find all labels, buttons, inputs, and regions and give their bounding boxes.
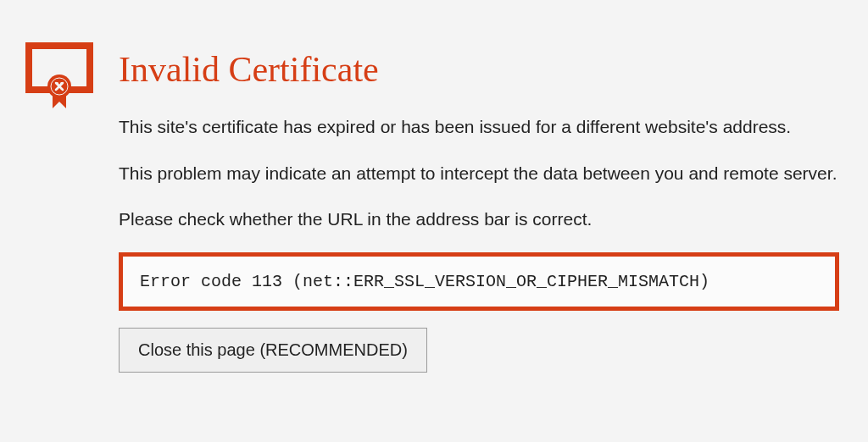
page-title: Invalid Certificate <box>119 49 839 90</box>
invalid-certificate-icon: X <box>25 42 93 119</box>
icon-column: X <box>25 42 93 373</box>
description-paragraph-2: This problem may indicate an attempt to … <box>119 160 839 188</box>
close-page-button[interactable]: Close this page (RECOMMENDED) <box>119 328 427 373</box>
error-code-box: Error code 113 (net::ERR_SSL_VERSION_OR_… <box>119 252 839 311</box>
error-page-container: X Invalid Certificate This site's certif… <box>25 42 843 373</box>
description-paragraph-3: Please check whether the URL in the addr… <box>119 206 839 234</box>
svg-text:X: X <box>56 80 63 92</box>
content-column: Invalid Certificate This site's certific… <box>119 42 839 373</box>
description-paragraph-1: This site's certificate has expired or h… <box>119 113 839 141</box>
